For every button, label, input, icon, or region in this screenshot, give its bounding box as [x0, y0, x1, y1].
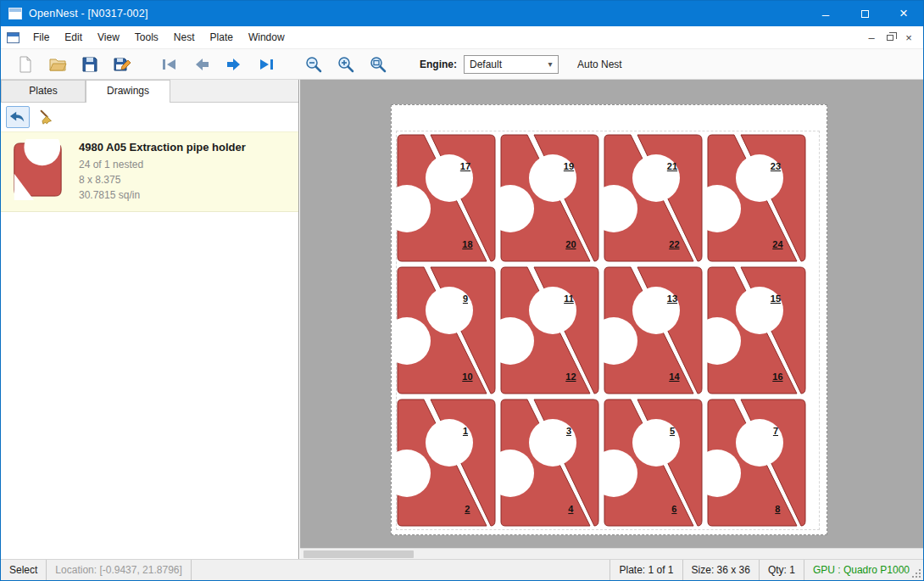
previous-arrow-icon [192, 55, 211, 74]
part-number: 18 [462, 239, 472, 249]
nested-part-pair[interactable]: 17 18 [395, 132, 498, 265]
engine-label: Engine: [420, 59, 457, 70]
nested-part-pair[interactable]: 15 16 [705, 265, 809, 397]
nested-part-pair[interactable]: 19 20 [498, 132, 602, 265]
auto-nest-button[interactable]: Auto Nest [572, 55, 627, 74]
nested-part-pair[interactable]: 7 8 [705, 397, 809, 529]
first-arrow-icon [160, 55, 179, 74]
drawing-nested-count: 24 of 1 nested [79, 159, 246, 170]
menu-item-edit[interactable]: Edit [57, 27, 90, 47]
last-plate-button[interactable] [253, 52, 279, 77]
app-window: OpenNest - [N0317-002] – × File Edit Vie… [0, 0, 924, 581]
drawing-list-item[interactable]: 4980 A05 Extraction pipe holder 24 of 1 … [1, 131, 298, 212]
part-number: 4 [568, 504, 573, 514]
part-pair-shape [395, 132, 498, 265]
status-mode: Select [1, 560, 47, 580]
part-number: 6 [671, 504, 676, 514]
return-to-plate-button[interactable] [6, 106, 30, 128]
last-arrow-icon [257, 55, 276, 74]
part-number: 2 [465, 504, 470, 514]
close-button[interactable]: × [884, 1, 923, 26]
drawings-toolbar [1, 103, 298, 131]
zoom-in-icon [337, 55, 355, 74]
open-button[interactable] [45, 52, 70, 77]
app-icon [8, 8, 22, 20]
menu-item-tools[interactable]: Tools [127, 27, 166, 47]
part-number: 13 [667, 293, 677, 304]
part-pair-shape [602, 132, 705, 265]
next-plate-button[interactable] [221, 52, 247, 77]
save-button[interactable] [77, 52, 103, 77]
status-size: Size: 36 x 36 [683, 560, 760, 580]
part-pair-shape [705, 397, 809, 529]
part-number: 17 [460, 161, 470, 171]
tab-drawings[interactable]: Drawings [86, 80, 170, 103]
canvas-horizontal-scrollbar[interactable] [300, 548, 923, 559]
part-number: 1 [463, 426, 468, 436]
menu-item-view[interactable]: View [90, 27, 127, 47]
zoom-out-icon [304, 55, 323, 74]
part-number: 3 [566, 426, 571, 436]
sidebar-tabstrip: Plates Drawings [1, 80, 298, 103]
nested-part-pair[interactable]: 13 14 [602, 265, 705, 397]
part-number: 16 [772, 372, 782, 382]
zoom-fit-button[interactable] [365, 52, 391, 77]
part-number: 9 [463, 293, 468, 304]
part-pair-shape [705, 132, 809, 265]
part-number: 15 [771, 293, 781, 304]
nested-part-pair[interactable]: 11 12 [498, 265, 602, 397]
part-number: 21 [667, 161, 677, 171]
menu-item-nest[interactable]: Nest [166, 27, 203, 47]
nested-part-pair[interactable]: 21 22 [602, 132, 705, 265]
zoom-in-button[interactable] [333, 52, 359, 77]
restore-icon [887, 35, 893, 41]
new-file-icon [16, 55, 35, 74]
status-qty: Qty: 1 [760, 560, 804, 580]
resize-grip[interactable] [919, 576, 921, 578]
minimize-button[interactable]: – [806, 1, 845, 26]
part-number: 23 [771, 161, 781, 171]
part-pair-shape [498, 265, 602, 397]
status-location: Location: [-0.9437, 21.8796] [47, 560, 191, 580]
maximize-button[interactable] [845, 1, 884, 26]
tab-plates[interactable]: Plates [1, 80, 86, 102]
save-edit-button[interactable] [109, 52, 135, 77]
sidebar: Plates Drawings [1, 80, 299, 559]
nested-part-pair[interactable]: 23 24 [705, 132, 809, 265]
zoom-out-button[interactable] [301, 52, 326, 77]
nested-part-pair[interactable]: 1 2 [395, 397, 498, 529]
scrollbar-thumb[interactable] [303, 550, 414, 558]
save-edit-icon [113, 55, 131, 74]
first-plate-button[interactable] [157, 52, 182, 77]
clear-nest-button[interactable] [35, 106, 58, 128]
part-number: 10 [462, 372, 472, 382]
window-title: OpenNest - [N0317-002] [29, 8, 148, 20]
previous-plate-button[interactable] [189, 52, 214, 77]
part-number: 19 [564, 161, 574, 171]
drawing-dimensions: 8 x 8.375 [79, 174, 246, 186]
menu-item-plate[interactable]: Plate [203, 27, 241, 47]
menu-item-window[interactable]: Window [241, 27, 292, 47]
nested-part-pair[interactable]: 9 10 [395, 265, 498, 397]
broom-icon [38, 109, 55, 126]
open-folder-icon [48, 55, 67, 74]
new-button[interactable] [13, 52, 38, 77]
status-bar: Select Location: [-0.9437, 21.8796] Plat… [1, 559, 923, 580]
nesting-canvas[interactable]: 17 18 19 20 21 22 23 24 [300, 80, 923, 559]
engine-select[interactable]: Default ▾ [464, 55, 559, 74]
nested-part-pair[interactable]: 5 6 [602, 397, 705, 529]
drawing-area: 30.7815 sq/in [79, 189, 246, 201]
menu-item-file[interactable]: File [25, 27, 57, 47]
part-number: 22 [669, 239, 679, 249]
part-number: 11 [564, 293, 574, 304]
maximize-icon [861, 10, 869, 18]
nested-part-pair[interactable]: 3 4 [498, 397, 602, 529]
mdi-close-button[interactable]: × [899, 29, 918, 46]
mdi-minimize-button[interactable]: – [862, 29, 881, 46]
part-number: 14 [669, 372, 679, 382]
part-number: 7 [773, 426, 778, 436]
main-toolbar: Engine: Default ▾ Auto Nest [1, 49, 923, 80]
nest-grid: 17 18 19 20 21 22 23 24 [395, 132, 809, 529]
mdi-restore-button[interactable] [881, 29, 899, 46]
plate: 17 18 19 20 21 22 23 24 [391, 104, 827, 535]
